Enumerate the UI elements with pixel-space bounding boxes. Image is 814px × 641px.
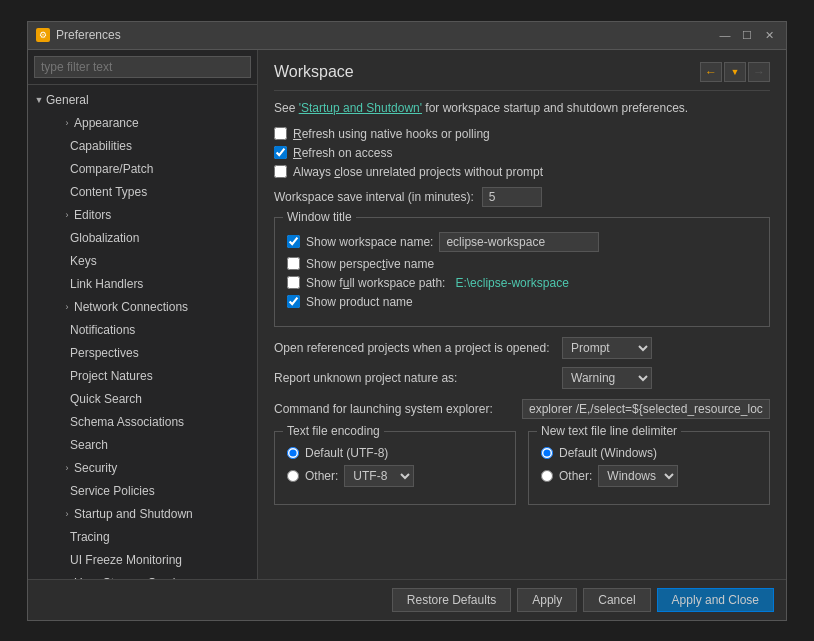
radio-enc-other[interactable] [287, 470, 299, 482]
tree-item-schema-associations[interactable]: Schema Associations [56, 411, 257, 434]
startup-shutdown-link[interactable]: 'Startup and Shutdown' [299, 101, 422, 115]
line-delimiter-group: New text file line delimiter Default (Wi… [528, 431, 770, 505]
tree-item-compare-patch[interactable]: Compare/Patch [56, 158, 257, 181]
search-input[interactable] [34, 56, 251, 78]
radio-delim-other[interactable] [541, 470, 553, 482]
expand-icon-startup: › [60, 507, 74, 521]
text-encoding-group: Text file encoding Default (UTF-8) Other… [274, 431, 516, 505]
tree-item-globalization[interactable]: Globalization [56, 227, 257, 250]
tree-item-quick-search[interactable]: Quick Search [56, 388, 257, 411]
report-nature-select[interactable]: Warning Error Ignore [562, 367, 652, 389]
open-projects-label: Open referenced projects when a project … [274, 341, 554, 355]
tree-item-startup-shutdown[interactable]: › Startup and Shutdown [56, 503, 257, 526]
delim-other-select[interactable]: Windows [598, 465, 678, 487]
checkbox-close-unrelated[interactable] [274, 165, 287, 178]
tree-label-tracing: Tracing [70, 529, 110, 546]
description-suffix: for workspace startup and shutdown prefe… [422, 101, 688, 115]
nav-dropdown-button[interactable]: ▼ [724, 62, 746, 82]
expand-icon-general: ▼ [32, 93, 46, 107]
tree-item-perspectives[interactable]: Perspectives [56, 342, 257, 365]
enc-other-select[interactable]: UTF-8 [344, 465, 414, 487]
tree-item-appearance[interactable]: › Appearance [56, 112, 257, 135]
radio-enc-default[interactable] [287, 447, 299, 459]
checkbox-show-full-path[interactable] [287, 276, 300, 289]
label-delim-other: Other: [559, 469, 592, 483]
window-title-group: Window title Show workspace name: Show p… [274, 217, 770, 327]
tree-item-search[interactable]: Search [56, 434, 257, 457]
tree-label-security: Security [74, 460, 117, 477]
open-projects-select[interactable]: Prompt Always Never [562, 337, 652, 359]
tree-label-ui-freeze: UI Freeze Monitoring [70, 552, 182, 569]
nav-back-button[interactable]: ← [700, 62, 722, 82]
tree-item-general[interactable]: ▼ General [28, 89, 257, 112]
save-interval-input[interactable] [482, 187, 542, 207]
checkbox-show-perspective[interactable] [287, 257, 300, 270]
command-row: Command for launching system explorer: [274, 399, 770, 419]
tree-item-ui-freeze[interactable]: UI Freeze Monitoring [56, 549, 257, 572]
checkbox-row-refresh-native: Refresh using native hooks or polling [274, 127, 770, 141]
checkbox-refresh-access[interactable] [274, 146, 287, 159]
restore-defaults-button[interactable]: Restore Defaults [392, 588, 511, 612]
save-interval-row: Workspace save interval (in minutes): [274, 187, 770, 207]
wt-show-full-path-row: Show full workspace path: E:\eclipse-wor… [287, 276, 757, 290]
panel-nav: ← ▼ → [700, 62, 770, 82]
tree-label-link-handlers: Link Handlers [70, 276, 143, 293]
bottom-groups: Text file encoding Default (UTF-8) Other… [274, 431, 770, 505]
checkbox-row-close-unrelated: Always close unrelated projects without … [274, 165, 770, 179]
expand-icon-network: › [60, 300, 74, 314]
checkbox-refresh-native[interactable] [274, 127, 287, 140]
delim-other-row: Other: Windows [541, 465, 757, 487]
tree-item-link-handlers[interactable]: Link Handlers [56, 273, 257, 296]
radio-delim-default[interactable] [541, 447, 553, 459]
tree-item-notifications[interactable]: Notifications [56, 319, 257, 342]
label-delim-default: Default (Windows) [559, 446, 657, 460]
cancel-button[interactable]: Cancel [583, 588, 650, 612]
minimize-button[interactable]: — [716, 27, 734, 43]
expand-icon-appearance: › [60, 116, 74, 130]
expand-icon-editors: › [60, 208, 74, 222]
label-enc-other: Other: [305, 469, 338, 483]
command-input[interactable] [522, 399, 770, 419]
window-icon: ⚙ [36, 28, 50, 42]
description-prefix: See [274, 101, 299, 115]
tree-item-editors[interactable]: › Editors [56, 204, 257, 227]
tree-item-security[interactable]: › Security [56, 457, 257, 480]
tree-item-network[interactable]: › Network Connections [56, 296, 257, 319]
nav-forward-button[interactable]: → [748, 62, 770, 82]
enc-default-row: Default (UTF-8) [287, 446, 503, 460]
maximize-button[interactable]: ☐ [738, 27, 756, 43]
title-bar: ⚙ Preferences — ☐ ✕ [28, 22, 786, 50]
tree-item-tracing[interactable]: Tracing [56, 526, 257, 549]
tree-item-user-storage[interactable]: › User Storage Service [56, 572, 257, 579]
tree-item-keys[interactable]: Keys [56, 250, 257, 273]
tree-item-capabilities[interactable]: Capabilities [56, 135, 257, 158]
tree-label-keys: Keys [70, 253, 97, 270]
close-button[interactable]: ✕ [760, 27, 778, 43]
panel-header: Workspace ← ▼ → [274, 62, 770, 91]
tree-item-project-natures[interactable]: Project Natures [56, 365, 257, 388]
tree-item-service-policies[interactable]: Service Policies [56, 480, 257, 503]
command-label: Command for launching system explorer: [274, 402, 514, 416]
wt-show-perspective-row: Show perspective name [287, 257, 757, 271]
label-show-full-path: Show full workspace path: [306, 276, 445, 290]
tree-label-perspectives: Perspectives [70, 345, 139, 362]
apply-button[interactable]: Apply [517, 588, 577, 612]
wt-show-workspace-name-row: Show workspace name: [287, 232, 757, 252]
report-nature-row: Report unknown project nature as: Warnin… [274, 367, 770, 389]
main-content: ▼ General › Appearance Capabilities [28, 50, 786, 579]
checkbox-show-product-name[interactable] [287, 295, 300, 308]
preferences-window: ⚙ Preferences — ☐ ✕ ▼ General [27, 21, 787, 621]
checkbox-show-workspace-name[interactable] [287, 235, 300, 248]
tree-children-general: › Appearance Capabilities Compare/Patch [28, 112, 257, 579]
expand-icon-security: › [60, 461, 74, 475]
apply-close-button[interactable]: Apply and Close [657, 588, 774, 612]
window-title: Preferences [56, 28, 710, 42]
label-show-perspective: Show perspective name [306, 257, 434, 271]
tree-label-compare-patch: Compare/Patch [70, 161, 153, 178]
tree-item-content-types[interactable]: Content Types [56, 181, 257, 204]
tree-label-notifications: Notifications [70, 322, 135, 339]
workspace-name-input[interactable] [439, 232, 599, 252]
label-show-product-name: Show product name [306, 295, 413, 309]
search-box [28, 50, 257, 85]
panel-title: Workspace [274, 63, 354, 81]
